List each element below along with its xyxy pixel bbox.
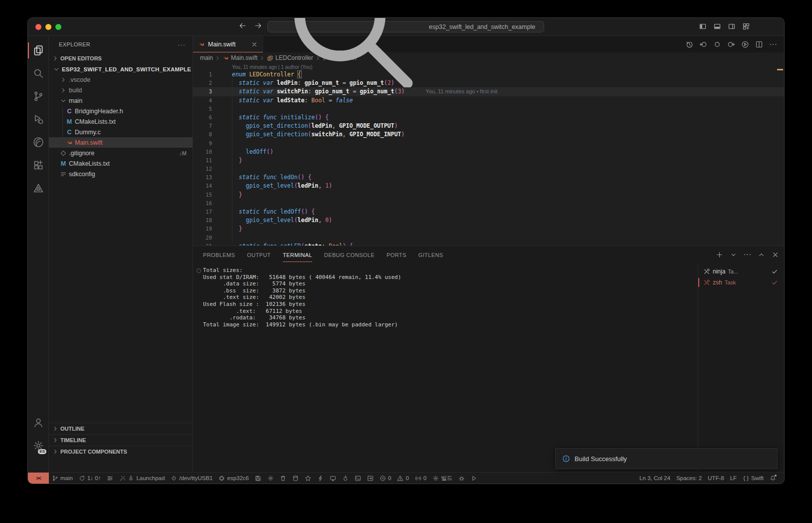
- status-item-branch-main[interactable]: main: [49, 475, 76, 482]
- breadcrumb-item-main[interactable]: main: [200, 54, 213, 61]
- status-item-flame[interactable]: [339, 475, 352, 482]
- status-item-chip-esp32c6[interactable]: esp32c6: [215, 475, 251, 482]
- status-item-play[interactable]: [468, 475, 480, 482]
- terminal-output[interactable]: Total sizes: Used stat D/IRAM: 51648 byt…: [193, 263, 698, 472]
- tree-item-main-swift[interactable]: Main.swift: [49, 137, 193, 148]
- tree-item-build[interactable]: build: [49, 85, 193, 95]
- sidebar-more-actions[interactable]: ···: [178, 41, 186, 48]
- status-item-warn-0[interactable]: 0: [394, 475, 411, 482]
- code-text: [212, 165, 232, 173]
- history-icon[interactable]: [685, 40, 693, 48]
- maximize-icon[interactable]: [758, 251, 765, 259]
- arrow-right-icon[interactable]: [254, 21, 262, 30]
- prev-change-icon[interactable]: [699, 40, 707, 48]
- tree-item--gitignore[interactable]: .gitignore↓M: [49, 148, 193, 158]
- status-item-utf-8[interactable]: UTF-8: [705, 475, 727, 481]
- tree-item-main[interactable]: main: [49, 95, 193, 106]
- activity-item-platformio[interactable]: [28, 177, 48, 200]
- status-item-sync-1-0-[interactable]: 1↓ 0↑: [76, 475, 104, 482]
- status-item-error-0[interactable]: 0: [377, 475, 394, 482]
- status-item-antenna-0[interactable]: 0: [412, 475, 429, 482]
- status-item-trash[interactable]: [277, 475, 289, 482]
- changes-icon[interactable]: [713, 40, 721, 48]
- terminal-instance-ninja[interactable]: ninjaTa...: [698, 266, 784, 277]
- activity-item-extensions[interactable]: [28, 154, 48, 177]
- status-item-save[interactable]: [252, 475, 264, 482]
- dropdown-icon[interactable]: [730, 251, 737, 259]
- status-item-bug[interactable]: [455, 475, 468, 482]
- section-project-components[interactable]: PROJECT COMPONENTS: [49, 446, 193, 457]
- search-icon: [33, 68, 44, 79]
- tree-item-bridgingheader-h[interactable]: CBridgingHeader.h: [49, 106, 193, 116]
- activity-item-explorer[interactable]: [28, 39, 48, 62]
- status-item-boxarrow[interactable]: [364, 475, 377, 482]
- panel-tab-gitlens[interactable]: GITLENS: [418, 248, 443, 262]
- panel-tab-ports[interactable]: PORTS: [387, 248, 406, 262]
- layout-secondary-icon[interactable]: [728, 22, 736, 30]
- tree-item-dummy-c[interactable]: CDummy.c: [49, 127, 193, 137]
- terminal-instance-zsh[interactable]: zshTask: [698, 277, 784, 288]
- status-item-bell[interactable]: [767, 475, 779, 482]
- run-icon[interactable]: [741, 40, 749, 48]
- tree-item-sdkconfig[interactable]: sdkconfig: [49, 169, 193, 179]
- tab-main-swift[interactable]: Main.swift: [193, 36, 263, 52]
- tree-item-cmakelists-txt[interactable]: MCMakeLists.txt: [49, 116, 193, 127]
- status-item-db[interactable]: [289, 475, 302, 482]
- code-text: static func ledOff() {: [212, 208, 315, 216]
- panel-tab-debug-console[interactable]: DEBUG CONSOLE: [324, 248, 375, 262]
- breadcrumb-item-main-swift[interactable]: Main.swift: [222, 54, 257, 61]
- section-open-editors[interactable]: OPEN EDITORS: [49, 53, 193, 64]
- activity-item-accounts[interactable]: [28, 411, 48, 434]
- section-outline[interactable]: OUTLINE: [49, 423, 193, 434]
- notification-toast[interactable]: Build Successfully: [555, 448, 778, 469]
- status-right: Ln 3, Col 24Spaces: 2UTF-8LF{ }Swift: [636, 475, 784, 482]
- status-item-bolt[interactable]: [314, 475, 327, 482]
- status-item-spaces-2[interactable]: Spaces: 2: [673, 475, 705, 481]
- activity-item-run-debug[interactable]: [28, 108, 48, 131]
- status-item-plug--dev-ttyusb1[interactable]: /dev/ttyUSB1: [168, 475, 215, 482]
- activity-item-settings[interactable]: ES: [28, 434, 48, 457]
- tree-item-label: build: [69, 87, 82, 94]
- command-center[interactable]: esp32_swift_led_and_switch_example: [267, 21, 544, 32]
- activity-item-source-control[interactable]: [28, 85, 48, 108]
- layout-panel-icon[interactable]: [713, 22, 721, 30]
- terminal-detail: Ta...: [728, 268, 738, 274]
- code-line-1: 1enum LEDController {: [193, 70, 784, 79]
- status-item-wand-launchpad[interactable]: Launchpad: [116, 475, 168, 482]
- close-icon[interactable]: [772, 251, 779, 259]
- close-window-button[interactable]: [35, 24, 41, 30]
- zoom-window-button[interactable]: [55, 24, 61, 30]
- split-editor-icon[interactable]: [755, 40, 763, 48]
- plus-icon[interactable]: [716, 251, 723, 259]
- status-item-swift[interactable]: { }Swift: [740, 475, 767, 482]
- arrow-left-icon[interactable]: [238, 21, 247, 30]
- status-item-monitor[interactable]: [327, 475, 339, 482]
- next-change-icon[interactable]: [727, 40, 735, 48]
- more-icon[interactable]: ···: [744, 251, 751, 259]
- status-item-gear--[interactable]: 빌드: [429, 475, 455, 482]
- status-item-lf[interactable]: LF: [727, 475, 740, 481]
- panel-tab-output[interactable]: OUTPUT: [247, 248, 271, 262]
- remote-indicator[interactable]: ><: [28, 473, 49, 484]
- more-icon[interactable]: ···: [769, 40, 777, 48]
- minimize-window-button[interactable]: [45, 24, 51, 30]
- tree-root-folder[interactable]: ESP32_SWIFT_LED_AND_SWITCH_EXAMPLE: [49, 64, 193, 74]
- section-timeline[interactable]: TIMELINE: [49, 434, 193, 446]
- tree-item--vscode[interactable]: .vscode: [49, 74, 193, 85]
- section-label: PROJECT COMPONENTS: [60, 449, 127, 455]
- status-item-gear[interactable]: [264, 475, 277, 482]
- code-editor[interactable]: You, 11 minutes ago | 1 author (You) 1en…: [193, 63, 784, 246]
- status-item-terminal[interactable]: [352, 475, 364, 482]
- panel-tab-problems[interactable]: PROBLEMS: [203, 248, 235, 262]
- status-item-star[interactable]: [302, 475, 314, 482]
- layout-sidebar-icon[interactable]: [699, 22, 707, 30]
- close-icon[interactable]: [251, 41, 258, 48]
- activity-item-espressif[interactable]: [28, 131, 48, 154]
- activity-item-search[interactable]: [28, 62, 48, 85]
- panel-tab-terminal[interactable]: TERMINAL: [283, 248, 312, 262]
- tools-icon: [703, 268, 710, 275]
- status-item-ln-3-col-24[interactable]: Ln 3, Col 24: [636, 475, 673, 481]
- layout-grid-icon[interactable]: [742, 22, 750, 30]
- status-item-sliders[interactable]: [104, 475, 116, 482]
- tree-item-cmakelists-txt[interactable]: MCMakeLists.txt: [49, 158, 193, 169]
